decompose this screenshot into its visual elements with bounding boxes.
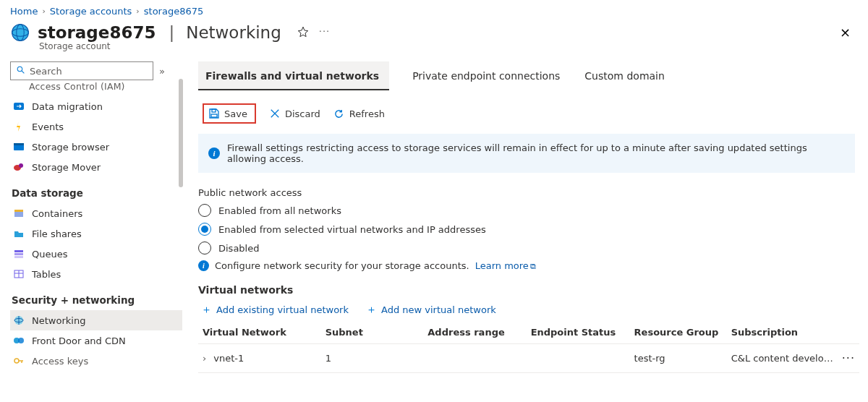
table-header-row: Virtual Network Subnet Address range End… — [198, 321, 859, 344]
discard-icon — [269, 108, 281, 119]
discard-label: Discard — [285, 108, 320, 119]
storage-mover-icon — [13, 161, 25, 173]
queues-icon — [13, 248, 25, 260]
side-nav: Search « Access Control (IAM) Data migra… — [0, 57, 184, 398]
save-icon — [208, 108, 220, 119]
sidebar-item-data-migration[interactable]: Data migration — [10, 96, 182, 116]
breadcrumb: Home › Storage accounts › storage8675 — [0, 0, 868, 20]
link-label: Add existing virtual network — [216, 304, 349, 315]
sidebar-section-security: Security + networking — [12, 294, 182, 306]
sidebar-section-data-storage: Data storage — [12, 187, 182, 199]
svg-rect-8 — [14, 143, 24, 145]
radio-enabled-selected[interactable]: Enabled from selected virtual networks a… — [198, 223, 859, 236]
virtual-networks-heading: Virtual networks — [198, 284, 859, 296]
more-horizontal-icon[interactable]: ··· — [319, 26, 330, 40]
info-bar: i Firewall settings restricting access t… — [198, 134, 855, 173]
chevron-right-icon: › — [136, 7, 139, 16]
col-endpoint-status: Endpoint Status — [527, 321, 630, 344]
sidebar-item-events[interactable]: Events — [10, 116, 182, 137]
refresh-label: Refresh — [349, 108, 385, 119]
learn-more-link[interactable]: Learn more⧉ — [475, 260, 536, 271]
save-label: Save — [224, 108, 247, 119]
svg-rect-15 — [14, 256, 23, 258]
svg-rect-28 — [211, 114, 217, 117]
row-more-actions-button[interactable]: ··· — [838, 344, 859, 373]
sidebar-item-file-shares[interactable]: File shares — [10, 223, 182, 244]
search-icon — [16, 65, 25, 77]
sidebar-item-tables[interactable]: Tables — [10, 264, 182, 284]
sidebar-search[interactable]: Search — [10, 61, 153, 80]
sidebar-item-containers[interactable]: Containers — [10, 203, 182, 223]
sidebar-item-label: Tables — [32, 269, 61, 280]
file-shares-icon — [13, 228, 25, 239]
svg-point-4 — [17, 67, 22, 72]
sidebar-scrollbar[interactable] — [179, 79, 183, 187]
close-blade-button[interactable]: × — [840, 26, 851, 39]
tab-firewalls[interactable]: Firewalls and virtual networks — [198, 61, 389, 90]
sidebar-item-storage-browser[interactable]: Storage browser — [10, 137, 182, 157]
svg-rect-14 — [14, 253, 23, 255]
events-icon — [13, 121, 25, 132]
sidebar-item-storage-mover[interactable]: Storage Mover — [10, 157, 182, 177]
save-button[interactable]: Save — [203, 103, 256, 124]
chevron-right-icon: › — [42, 7, 45, 16]
svg-point-23 — [18, 338, 24, 343]
radio-enabled-all[interactable]: Enabled from all networks — [198, 204, 859, 217]
refresh-button[interactable]: Refresh — [333, 108, 385, 119]
col-address-range: Address range — [423, 321, 526, 344]
radio-icon — [198, 204, 211, 217]
info-text: Firewall settings restricting access to … — [227, 142, 845, 164]
col-subscription: Subscription — [727, 321, 838, 344]
sidebar-item-networking[interactable]: Networking — [10, 310, 182, 330]
tables-icon — [13, 268, 25, 280]
page-title: storage8675 — [38, 23, 156, 42]
page-title-row: storage8675 | Networking ··· × — [0, 20, 868, 43]
sidebar-item-label: Containers — [32, 208, 82, 219]
access-keys-icon — [13, 355, 25, 367]
radio-icon — [198, 223, 211, 236]
svg-rect-12 — [14, 210, 23, 212]
sidebar-item-label: Storage browser — [32, 142, 109, 153]
virtual-networks-actions: ＋ Add existing virtual network ＋ Add new… — [201, 304, 859, 315]
plus-icon: ＋ — [201, 304, 212, 315]
sidebar-item-label: Access keys — [32, 356, 88, 367]
breadcrumb-current[interactable]: storage8675 — [144, 6, 203, 17]
svg-point-24 — [14, 359, 19, 363]
radio-disabled[interactable]: Disabled — [198, 241, 859, 255]
svg-rect-11 — [14, 211, 23, 217]
col-resource-group: Resource Group — [630, 321, 727, 344]
svg-point-10 — [19, 163, 23, 168]
public-access-hint: i Configure network security for your st… — [198, 260, 859, 271]
radio-label: Enabled from all networks — [218, 205, 341, 216]
front-door-icon — [13, 335, 25, 346]
discard-button[interactable]: Discard — [269, 108, 320, 119]
breadcrumb-storage-accounts[interactable]: Storage accounts — [50, 6, 132, 17]
page-subtitle: Networking — [186, 23, 281, 42]
cell-subscription: C&L content develo… — [727, 344, 838, 373]
collapse-sidebar-button[interactable]: « — [159, 66, 165, 77]
sidebar-item-label: File shares — [32, 228, 82, 239]
row-expand-chevron-icon[interactable]: › — [203, 353, 206, 364]
public-access-label: Public network access — [198, 187, 859, 198]
sidebar-item-access-keys[interactable]: Access keys — [10, 351, 182, 371]
data-migration-icon — [13, 100, 25, 112]
containers-icon — [13, 208, 25, 219]
add-new-vnet-button[interactable]: ＋ Add new virtual network — [366, 304, 496, 315]
svg-rect-13 — [14, 250, 23, 252]
sidebar-item-access-control[interactable]: Access Control (IAM) — [10, 81, 182, 96]
tab-custom-domain[interactable]: Custom domain — [583, 61, 666, 90]
breadcrumb-home[interactable]: Home — [10, 6, 38, 17]
cell-resource-group: test-rg — [630, 344, 727, 373]
sidebar-item-front-door[interactable]: Front Door and CDN — [10, 330, 182, 351]
table-row[interactable]: › vnet-1 1 test-rg C&L content develo… ·… — [198, 344, 859, 373]
add-existing-vnet-button[interactable]: ＋ Add existing virtual network — [201, 304, 349, 315]
public-access-radio-group: Enabled from all networks Enabled from s… — [198, 204, 859, 255]
radio-label: Disabled — [218, 243, 259, 254]
sidebar-item-queues[interactable]: Queues — [10, 244, 182, 264]
cell-address-range — [423, 344, 526, 373]
storage-account-globe-icon — [10, 22, 30, 43]
tab-private-endpoints[interactable]: Private endpoint connections — [411, 61, 561, 90]
sidebar-item-label: Front Door and CDN — [32, 335, 126, 346]
favorite-star-icon[interactable] — [297, 26, 309, 40]
command-bar: Save Discard Refresh — [198, 92, 859, 134]
